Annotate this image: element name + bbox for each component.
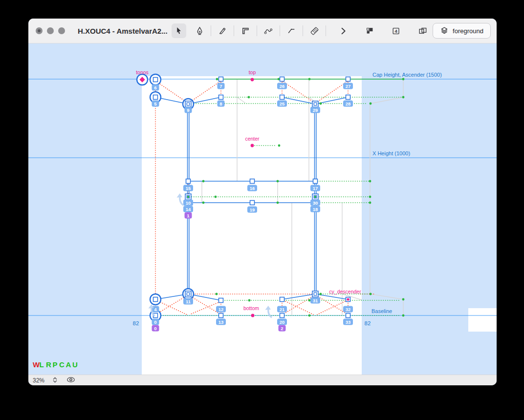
ruler-tool[interactable] [238, 23, 253, 38]
anchor-label: tonos [136, 69, 149, 75]
minimize-button[interactable] [47, 27, 54, 34]
point-square[interactable] [280, 314, 284, 318]
point-square[interactable] [250, 179, 255, 184]
swap-layers[interactable] [362, 23, 377, 38]
point-index-label: 12 [218, 307, 224, 312]
spacing-string-letter[interactable]: L [40, 360, 44, 369]
reference-dot [248, 299, 251, 302]
point-square[interactable] [313, 179, 318, 184]
point-square[interactable] [280, 77, 284, 82]
spiro-icon [264, 26, 273, 36]
close-button[interactable] [36, 27, 43, 34]
knife-tool[interactable] [215, 23, 230, 38]
point-square[interactable] [153, 297, 158, 302]
eraser-tool[interactable] [307, 23, 322, 38]
expand-tools[interactable] [336, 23, 350, 38]
curve-tool[interactable] [261, 23, 276, 38]
point-square[interactable] [346, 77, 350, 82]
layer-selector-button[interactable]: foreground [433, 23, 491, 39]
point-square[interactable] [219, 298, 223, 303]
point-square-inner [187, 293, 190, 295]
layer-selector-label: foreground [453, 27, 483, 35]
reference-dot [202, 202, 205, 204]
point-index-label: 30 [313, 200, 318, 206]
page-corner-fold [468, 308, 497, 332]
anchor-dot[interactable] [251, 314, 255, 317]
preview-eye-icon[interactable] [66, 377, 76, 384]
reference-dot [216, 293, 218, 295]
corner-icon [287, 26, 296, 36]
toolbar-divider [234, 25, 234, 36]
point-square[interactable] [250, 201, 255, 205]
anchor-dot[interactable] [251, 144, 254, 147]
point-index-label: 32 [346, 307, 351, 312]
point-square[interactable] [280, 95, 284, 100]
reference-dot [370, 293, 372, 295]
reference-dot [308, 299, 311, 302]
spacing-string-letter[interactable]: U [72, 360, 78, 369]
knife-icon [218, 26, 227, 36]
zoom-button[interactable] [58, 27, 65, 34]
point-square[interactable] [346, 314, 350, 318]
point-square[interactable] [153, 95, 158, 100]
spacing-string-letter[interactable]: C [59, 360, 65, 369]
eraser-icon [310, 26, 319, 36]
spacing-string-letter[interactable]: P [53, 360, 58, 369]
anchor-dot[interactable] [251, 78, 254, 82]
point-square[interactable] [219, 314, 223, 318]
point-index-label: 18 [313, 207, 318, 212]
zoom-stepper-icon[interactable] [51, 376, 59, 385]
combine-icon [418, 26, 427, 36]
point-index-label: 19 [250, 207, 255, 212]
reference-dot [320, 293, 322, 295]
sidebearing-value: 82 [365, 320, 371, 326]
point-index-label: 20 [280, 319, 285, 325]
traffic-lights [36, 27, 65, 34]
point-index-label: 8 [219, 101, 222, 106]
anchor-label: center [245, 136, 260, 142]
guide-label-x-height: X Height (1000) [372, 150, 410, 156]
cursor-tool[interactable] [172, 23, 186, 38]
point-square[interactable] [186, 179, 191, 184]
point-index-label: 0 [154, 326, 156, 331]
reference-dot [369, 180, 371, 183]
statusbar: 32% [28, 375, 497, 385]
pen-tool[interactable] [192, 23, 207, 38]
point-index-label: 6 [154, 85, 156, 90]
point-square[interactable] [219, 95, 223, 100]
reference-dot [369, 202, 371, 204]
toolbar-divider [257, 25, 257, 36]
reference-dot [277, 202, 279, 204]
toolbar-divider [326, 25, 326, 36]
point-index-label: 25 [280, 101, 285, 106]
square-4-icon: 4 [392, 26, 401, 36]
reference-dot [278, 78, 280, 81]
point-square[interactable] [153, 78, 158, 82]
anchor-label: top [249, 69, 256, 75]
window-title: H.XOUC4 - AmstelvarA2... [78, 27, 169, 35]
point-index-label: 10 [186, 200, 191, 206]
reference-dot [248, 96, 250, 99]
combine-squares[interactable] [415, 23, 430, 38]
guide-label-cap-height: Cap Height, Ascender (1500) [372, 72, 442, 78]
point-square[interactable] [346, 95, 350, 100]
point-index-label: 14 [186, 207, 191, 212]
point-square[interactable] [219, 77, 223, 82]
corner-tool[interactable] [284, 23, 299, 38]
point-index-label: 11 [186, 299, 191, 304]
numbered-square[interactable]: 4 [389, 23, 403, 38]
reference-dot [202, 180, 205, 183]
point-index-label: 29 [313, 107, 318, 113]
reference-dot [216, 78, 218, 81]
anchor-label: cy_descender [329, 289, 361, 294]
toolbar-divider [280, 25, 280, 36]
guide-label-baseline: Baseline [371, 308, 392, 314]
point-square[interactable] [280, 297, 284, 302]
zoom-level[interactable]: 32% [33, 377, 44, 384]
glyph-canvas[interactable]: Cap Height, Ascender (1500)X Height (100… [28, 43, 497, 375]
spacing-string-letter[interactable]: A [66, 360, 71, 369]
reference-dot [187, 196, 189, 198]
spacing-string-letter[interactable]: R [46, 360, 51, 369]
point-index-label: 16 [250, 186, 255, 191]
reference-dot [308, 315, 311, 317]
